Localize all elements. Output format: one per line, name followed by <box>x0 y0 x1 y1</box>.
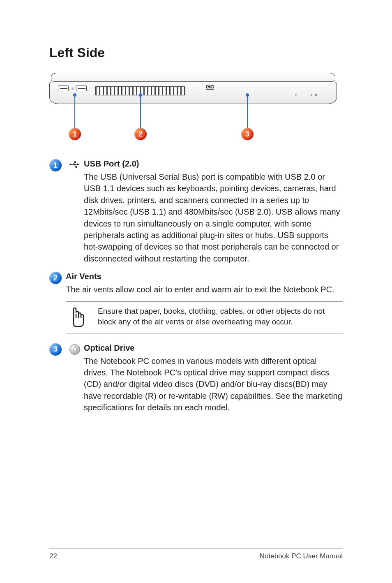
left-side-diagram: ⎋ DVD 1 2 3 <box>49 73 337 147</box>
item-2-title: Air Vents <box>66 272 343 281</box>
item-2-body: The air vents allow cool air to enter an… <box>66 284 343 295</box>
item-2-note: Ensure that paper, books, clothing, cabl… <box>66 301 343 333</box>
item-3: 3 Optical Drive The Notebook PC comes in… <box>49 343 343 414</box>
item-1: 1 USB Port (2.0) The USB (Universal Seri… <box>49 159 343 264</box>
callout-3-line <box>247 95 248 128</box>
callout-2-badge: 2 <box>134 128 147 140</box>
callout-1-line <box>74 95 75 128</box>
eject-slot-graphic <box>295 94 312 96</box>
laptop-illustration: ⎋ DVD <box>49 73 337 106</box>
callout-3-badge: 3 <box>241 128 254 140</box>
page-number: 22 <box>49 552 57 560</box>
caution-hand-icon <box>68 306 88 328</box>
footer-title: Notebook PC User Manual <box>260 552 343 560</box>
page-heading: Left Side <box>49 45 343 60</box>
item-1-badge: 1 <box>49 159 62 171</box>
item-2-note-text: Ensure that paper, books, clothing, cabl… <box>98 306 343 327</box>
item-2-badge: 2 <box>49 272 62 284</box>
svg-marker-2 <box>77 163 79 166</box>
usb-ports-graphic: ⎋ <box>58 86 88 92</box>
item-3-body: The Notebook PC comes in various models … <box>84 355 343 414</box>
page-footer: 22 Notebook PC User Manual <box>49 548 343 560</box>
eject-pinhole-graphic <box>315 94 317 96</box>
usb-icon <box>69 160 81 169</box>
item-1-title: USB Port (2.0) <box>84 159 343 169</box>
item-2: 2 Air Vents The air vents allow cool air… <box>49 272 343 340</box>
item-3-title: Optical Drive <box>84 343 343 353</box>
callout-2-line <box>140 95 141 128</box>
dvd-label: DVD <box>206 85 214 90</box>
item-3-badge: 3 <box>49 343 62 356</box>
optical-disc-icon <box>69 344 80 355</box>
svg-rect-4 <box>74 161 76 163</box>
item-1-body: The USB (Universal Serial Bus) port is c… <box>84 171 343 264</box>
svg-point-6 <box>75 166 77 168</box>
callout-1-badge: 1 <box>69 128 81 140</box>
